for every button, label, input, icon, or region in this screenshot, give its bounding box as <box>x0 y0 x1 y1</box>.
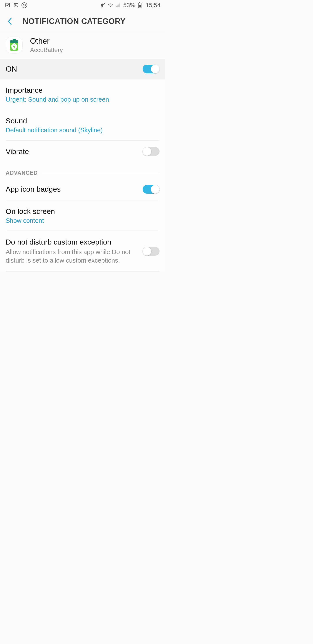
battery-percent: 53% <box>123 2 135 9</box>
importance-value: Urgent: Sound and pop up on screen <box>6 96 154 103</box>
svg-point-2 <box>15 4 15 5</box>
lockscreen-title: On lock screen <box>6 207 154 216</box>
svg-point-5 <box>110 6 111 7</box>
wifi-icon <box>108 2 113 8</box>
svg-rect-11 <box>12 39 16 41</box>
battery-icon <box>137 2 143 8</box>
status-bar: 53 53% 15:54 <box>0 0 165 10</box>
clock-time: 15:54 <box>146 2 160 9</box>
master-toggle-row[interactable]: ON <box>0 59 165 79</box>
vibrate-title: Vibrate <box>6 147 137 156</box>
badges-title: App icon badges <box>6 185 137 194</box>
sound-row[interactable]: Sound Default notification sound (Skylin… <box>0 110 165 140</box>
dnd-title: Do not disturb custom exception <box>6 238 137 246</box>
master-toggle-switch[interactable] <box>143 64 160 73</box>
divider <box>42 173 160 173</box>
advanced-section-header: ADVANCED <box>0 162 165 178</box>
chevron-left-icon <box>7 17 12 26</box>
badges-toggle-switch[interactable] <box>143 185 160 194</box>
dnd-toggle-switch[interactable] <box>143 247 160 256</box>
signal-icon <box>115 2 121 8</box>
channel-title: Other <box>30 36 63 46</box>
app-icon <box>6 36 22 54</box>
settings-panel: Importance Urgent: Sound and pop up on s… <box>0 79 165 272</box>
sound-title: Sound <box>6 116 154 125</box>
page-title: NOTIFICATION CATEGORY <box>22 17 126 26</box>
app-name: AccuBattery <box>30 46 63 54</box>
sound-value: Default notification sound (Skyline) <box>6 126 154 134</box>
count-badge-icon: 53 <box>21 2 27 8</box>
advanced-label: ADVANCED <box>6 170 38 176</box>
dnd-exception-row[interactable]: Do not disturb custom exception Allow no… <box>0 231 165 271</box>
accubattery-icon <box>9 39 19 51</box>
image-status-icon <box>13 2 19 8</box>
importance-title: Importance <box>6 86 154 95</box>
app-info-row[interactable]: Other AccuBattery <box>0 32 165 59</box>
back-button[interactable] <box>4 16 15 27</box>
count-badge-value: 53 <box>21 2 27 8</box>
importance-row[interactable]: Importance Urgent: Sound and pop up on s… <box>0 79 165 110</box>
divider <box>6 271 160 272</box>
lockscreen-row[interactable]: On lock screen Show content <box>0 200 165 231</box>
vibrate-toggle-switch[interactable] <box>143 147 160 156</box>
vibrate-row[interactable]: Vibrate <box>0 140 165 162</box>
dnd-description: Allow notifications from this app while … <box>6 248 137 265</box>
app-header: NOTIFICATION CATEGORY <box>0 10 165 32</box>
lockscreen-value: Show content <box>6 217 154 224</box>
svg-rect-8 <box>139 5 141 8</box>
mute-icon <box>100 2 106 8</box>
badges-row[interactable]: App icon badges <box>0 178 165 200</box>
svg-rect-7 <box>139 2 140 3</box>
master-toggle-label: ON <box>6 64 17 73</box>
checkbox-status-icon <box>5 2 10 8</box>
